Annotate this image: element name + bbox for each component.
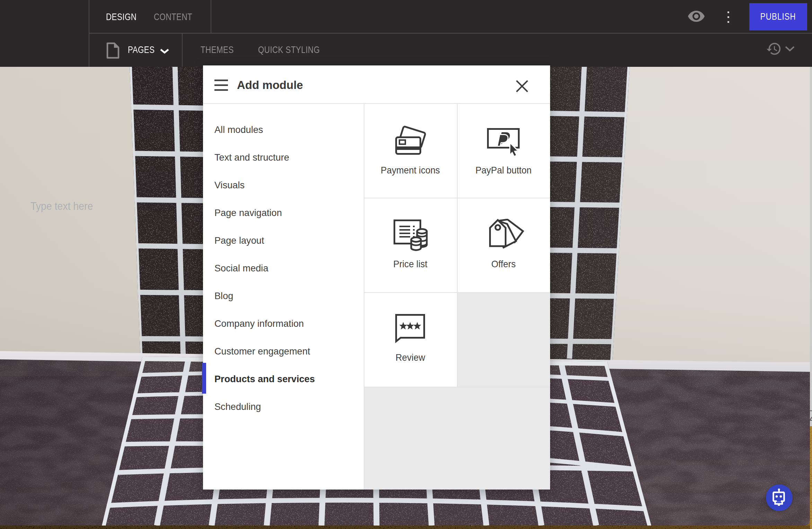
svg-text:4: 4	[809, 413, 812, 424]
